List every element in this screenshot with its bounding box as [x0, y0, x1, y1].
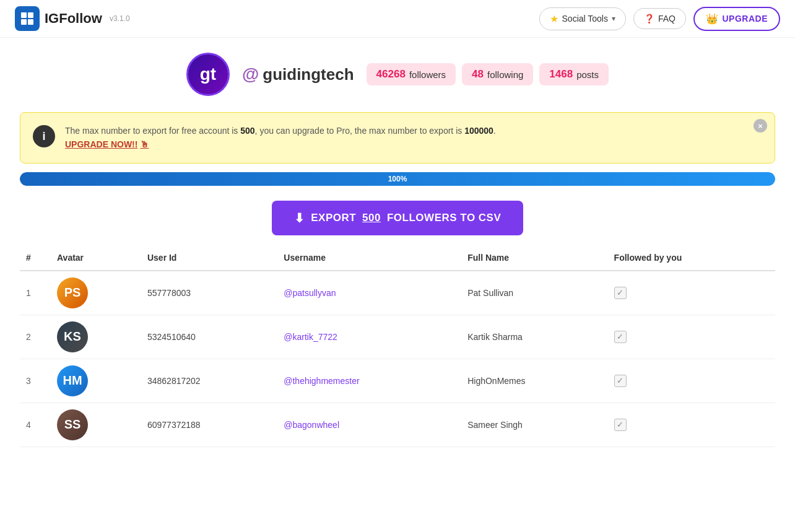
followed-checkbox[interactable] [614, 375, 627, 387]
stats-container: 46268 followers 48 following 1468 posts [367, 63, 609, 85]
cell-number: 1 [20, 271, 51, 315]
profile-section: gt @ guidingtech 46268 followers 48 foll… [0, 38, 795, 106]
followers-badge: 46268 followers [367, 63, 456, 85]
cell-userid: 5324510640 [141, 315, 277, 359]
cell-userid: 557778003 [141, 271, 277, 315]
following-label: following [487, 69, 523, 80]
cell-fullname: Kartik Sharma [461, 315, 607, 359]
posts-count: 1468 [549, 68, 573, 81]
progress-label: 100% [388, 175, 407, 183]
table-row: 3 HM 34862817202 @thehighmemester HighOn… [20, 359, 775, 403]
cell-username[interactable]: @patsullyvan [277, 271, 461, 315]
avatar: PS [57, 277, 88, 308]
following-count: 48 [472, 68, 484, 81]
cell-avatar: SS [51, 403, 141, 447]
social-tools-button[interactable]: ★ Social Tools ▾ [539, 7, 626, 30]
download-icon: ⬇ [294, 211, 305, 225]
followers-count: 46268 [376, 68, 406, 81]
cell-username[interactable]: @thehighmemester [277, 359, 461, 403]
faq-label: FAQ [658, 14, 676, 24]
cell-userid: 60977372188 [141, 403, 277, 447]
followers-table-section: # Avatar User Id Username Full Name Foll… [20, 245, 775, 447]
cell-number: 4 [20, 403, 51, 447]
followed-checkbox[interactable] [614, 419, 627, 431]
export-section: ⬇ EXPORT 500 FOLLOWERS TO CSV [0, 201, 795, 235]
cell-avatar: PS [51, 271, 141, 315]
cell-userid: 34862817202 [141, 359, 277, 403]
logo-icon [15, 6, 40, 31]
export-label-prefix: EXPORT [311, 212, 356, 224]
avatar: KS [57, 321, 88, 352]
svg-rect-2 [21, 19, 27, 25]
progress-bar-fill: 100% [20, 172, 775, 186]
logo-version: v3.1.0 [110, 14, 130, 23]
cell-number: 3 [20, 359, 51, 403]
col-username: Username [277, 245, 461, 271]
social-tools-label: Social Tools [562, 14, 608, 24]
followers-table: # Avatar User Id Username Full Name Foll… [20, 245, 775, 447]
chevron-down-icon: ▾ [612, 14, 615, 23]
crown-icon: 👑 [706, 13, 719, 25]
svg-rect-1 [28, 12, 33, 18]
progress-container: 100% [20, 172, 775, 186]
table-row: 1 PS 557778003 @patsullyvan Pat Sullivan [20, 271, 775, 315]
cell-fullname: Sameer Singh [461, 403, 607, 447]
progress-bar-background: 100% [20, 172, 775, 186]
table-body: 1 PS 557778003 @patsullyvan Pat Sullivan… [20, 271, 775, 447]
cell-followed [608, 359, 775, 403]
faq-question-icon: ❓ [644, 14, 654, 24]
profile-username: @ guidingtech [242, 64, 354, 84]
info-banner: i The max number to export for free acco… [20, 112, 775, 164]
close-icon: × [758, 121, 763, 131]
username-text: guidingtech [263, 65, 354, 84]
header: IGFollow v3.1.0 ★ Social Tools ▾ ❓ FAQ 👑… [0, 0, 795, 38]
banner-max-free: 500 [240, 126, 254, 136]
avatar: HM [57, 365, 88, 396]
export-csv-button[interactable]: ⬇ EXPORT 500 FOLLOWERS TO CSV [272, 201, 524, 235]
banner-max-pro: 100000 [464, 126, 493, 136]
faq-button[interactable]: ❓ FAQ [633, 8, 686, 29]
table-row: 4 SS 60977372188 @bagonwheel Sameer Sing… [20, 403, 775, 447]
banner-close-button[interactable]: × [754, 119, 767, 133]
followers-label: followers [409, 69, 446, 80]
followed-checkbox[interactable] [614, 287, 627, 299]
star-icon: ★ [550, 13, 558, 25]
logo-text: IGFollow [45, 11, 102, 27]
col-avatar: Avatar [51, 245, 141, 271]
export-label-suffix: FOLLOWERS TO CSV [387, 212, 501, 224]
banner-text: The max number to export for free accoun… [65, 124, 496, 152]
header-nav: ★ Social Tools ▾ ❓ FAQ 👑 UPGRADE [539, 7, 780, 31]
banner-message-suffix: . [493, 126, 496, 136]
at-icon: @ [242, 64, 259, 84]
cell-avatar: KS [51, 315, 141, 359]
svg-rect-0 [21, 12, 27, 18]
cell-number: 2 [20, 315, 51, 359]
cell-username[interactable]: @kartik_7722 [277, 315, 461, 359]
following-badge: 48 following [462, 63, 533, 85]
cell-avatar: HM [51, 359, 141, 403]
col-fullname: Full Name [461, 245, 607, 271]
upgrade-button[interactable]: 👑 UPGRADE [693, 7, 780, 31]
cell-followed [608, 315, 775, 359]
avatar-initials: gt [200, 64, 216, 84]
table-row: 2 KS 5324510640 @kartik_7722 Kartik Shar… [20, 315, 775, 359]
banner-message-prefix: The max number to export for free accoun… [65, 126, 240, 136]
svg-rect-3 [28, 19, 33, 25]
cell-followed [608, 403, 775, 447]
export-count: 500 [362, 212, 381, 224]
posts-label: posts [576, 69, 599, 80]
cell-followed [608, 271, 775, 315]
table-header: # Avatar User Id Username Full Name Foll… [20, 245, 775, 271]
col-userid: User Id [141, 245, 277, 271]
info-icon: i [33, 125, 55, 147]
banner-message-middle: , you can upgrade to Pro, the max number… [255, 126, 465, 136]
followed-checkbox[interactable] [614, 331, 627, 343]
avatar: SS [57, 409, 88, 440]
col-number: # [20, 245, 51, 271]
upgrade-label: UPGRADE [722, 14, 768, 24]
posts-badge: 1468 posts [539, 63, 609, 85]
profile-avatar: gt [186, 53, 230, 96]
logo-area: IGFollow v3.1.0 [15, 6, 539, 31]
upgrade-now-link[interactable]: UPGRADE NOW!! 🖱 [65, 137, 149, 151]
cell-username[interactable]: @bagonwheel [277, 403, 461, 447]
